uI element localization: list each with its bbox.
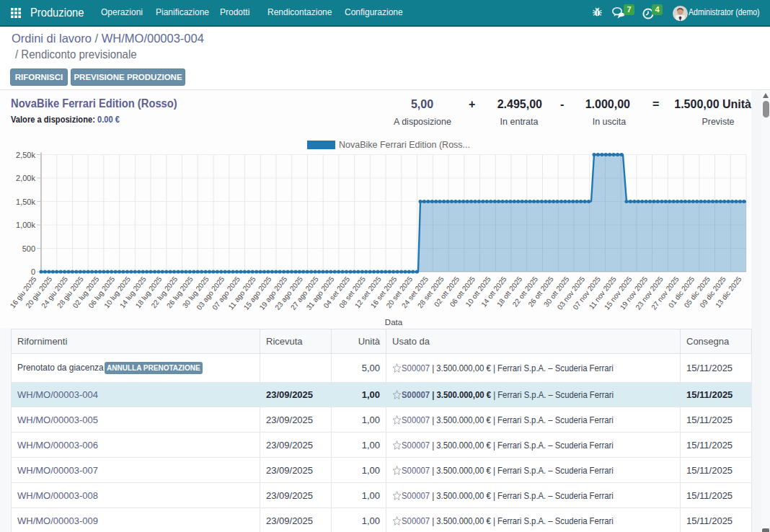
svg-text:2,00k: 2,00k [16,174,35,182]
svg-text:1,00k: 1,00k [16,221,35,229]
svg-text:500: 500 [22,244,35,253]
svg-text:Data: Data [385,318,403,327]
svg-text:2,50k: 2,50k [16,151,35,159]
svg-text:0: 0 [31,267,35,276]
svg-text:NovaBike Ferrari Edition (Ross: NovaBike Ferrari Edition (Ross... [339,140,470,150]
svg-text:1,50k: 1,50k [16,198,35,206]
